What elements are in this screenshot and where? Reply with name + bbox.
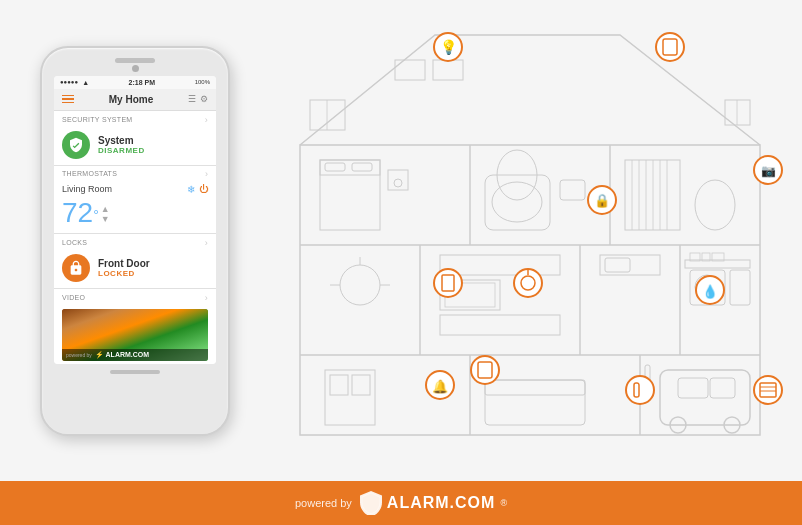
svg-text:📷: 📷 [761,163,776,178]
signal-icon: ●●●●● [60,79,78,85]
door-status: LOCKED [98,269,150,278]
video-section: VIDEO › powered by ⚡ ALARM.COM [54,289,216,364]
svg-point-27 [340,265,380,305]
menu-icon[interactable] [62,95,74,104]
lock-text: Front Door LOCKED [98,258,150,278]
locks-section: LOCKS › Front Door LOCKED [54,234,216,289]
svg-text:💡: 💡 [440,39,458,56]
thermostats-section: THERMOSTATS › Living Room ❄ ⏻ 72 [54,166,216,234]
status-left: ●●●●● ▲ [60,79,89,86]
temp-display: 72 ° ▲ ▼ [54,197,216,233]
svg-point-84 [754,376,782,404]
phone-speaker [115,58,155,63]
svg-rect-53 [678,378,708,398]
phone-home-indicator[interactable] [110,370,160,374]
settings-icon[interactable]: ⚙ [200,94,208,104]
svg-point-71 [434,269,462,297]
svg-rect-47 [352,375,370,395]
svg-text:🔔: 🔔 [432,378,449,395]
security-content: System DISARMED [54,127,216,165]
video-chevron: › [205,293,208,303]
svg-point-26 [695,180,735,230]
content-area: ●●●●● ▲ 2:18 PM 100% My Home [0,0,802,481]
app-header: My Home ☰ ⚙ [54,89,216,111]
video-section-header[interactable]: VIDEO › [54,289,216,305]
svg-rect-46 [330,375,348,395]
alarm-shield-icon [360,491,382,515]
security-section: SECURITY SYSTEM › System [54,111,216,166]
menu-line-3 [62,102,74,104]
locks-label: LOCKS [62,239,87,246]
svg-text:💧: 💧 [702,283,719,300]
svg-rect-49 [485,380,585,395]
status-time: 2:18 PM [129,79,155,86]
svg-point-82 [626,376,654,404]
svg-point-15 [394,179,402,187]
video-alarm-logo: ⚡ ALARM.COM [95,351,149,359]
thermostats-label: THERMOSTATS [62,170,117,177]
video-powered-text: powered by [66,352,92,358]
locks-chevron: › [205,238,208,248]
phone-device: ●●●●● ▲ 2:18 PM 100% My Home [40,46,230,436]
list-icon[interactable]: ☰ [188,94,196,104]
phone-screen: ●●●●● ▲ 2:18 PM 100% My Home [54,76,216,364]
powered-by-text: powered by [295,497,352,509]
room-name: Living Room [62,184,112,194]
svg-rect-18 [560,180,585,200]
bottom-bar: powered by ALARM.COM® [0,481,802,525]
svg-rect-62 [433,60,463,80]
svg-point-80 [471,356,499,384]
battery-indicator: 100% [195,79,210,85]
phone-section: ●●●●● ▲ 2:18 PM 100% My Home [0,0,270,481]
thermostat-section-header[interactable]: THERMOSTATS › [54,166,216,182]
temperature-unit: ° [93,207,99,223]
video-thumbnail[interactable]: powered by ⚡ ALARM.COM [62,309,208,361]
alarm-logo-container: ALARM.COM® [360,491,507,515]
security-label: SECURITY SYSTEM [62,116,133,123]
svg-rect-19 [625,160,680,230]
menu-line-1 [62,95,74,97]
security-section-header[interactable]: SECURITY SYSTEM › [54,111,216,127]
temp-arrows: ▲ ▼ [101,205,110,225]
svg-rect-32 [440,315,560,335]
alarm-registered: ® [500,498,507,508]
security-shield-icon [62,131,90,159]
power-icon[interactable]: ⏻ [199,184,208,194]
temperature-value: 72 [62,199,93,227]
system-status: DISARMED [98,146,145,155]
svg-rect-40 [730,270,750,305]
menu-line-2 [62,98,74,100]
svg-text:🔒: 🔒 [594,192,611,209]
phone-camera [132,65,139,72]
video-content: powered by ⚡ ALARM.COM [54,305,216,364]
thermostats-chevron: › [205,169,208,179]
svg-point-65 [656,33,684,61]
header-icons: ☰ ⚙ [188,94,208,104]
alarm-brand-text: ALARM.COM [387,494,496,512]
svg-rect-54 [710,378,735,398]
thermostat-controls: ❄ ⏻ [187,184,208,195]
video-label: VIDEO [62,294,85,301]
video-overlay: powered by ⚡ ALARM.COM [62,349,208,361]
thermostat-room-row: Living Room ❄ ⏻ [54,182,216,197]
temp-down-arrow[interactable]: ▼ [101,215,110,225]
svg-rect-12 [325,163,345,171]
svg-rect-13 [352,163,372,171]
main-container: ●●●●● ▲ 2:18 PM 100% My Home [0,0,802,525]
system-name: System [98,135,145,146]
status-bar: ●●●●● ▲ 2:18 PM 100% [54,76,216,89]
security-text: System DISARMED [98,135,145,155]
lock-icon [62,254,90,282]
security-chevron: › [205,115,208,125]
svg-rect-48 [485,380,585,425]
app-title: My Home [109,94,153,105]
svg-rect-45 [325,370,375,425]
snowflake-icon[interactable]: ❄ [187,184,195,195]
svg-rect-34 [605,258,630,272]
wifi-icon: ▲ [82,79,89,86]
svg-rect-11 [320,160,380,175]
lock-content: Front Door LOCKED [54,250,216,288]
house-section: 💡 📷 🔒 💧 [270,0,802,481]
locks-section-header[interactable]: LOCKS › [54,234,216,250]
door-name: Front Door [98,258,150,269]
